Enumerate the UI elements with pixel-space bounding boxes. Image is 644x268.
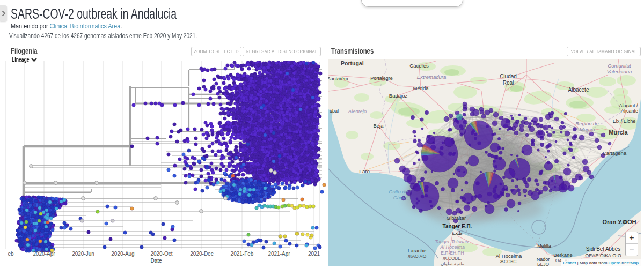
svg-text:Cáceres: Cáceres xyxy=(409,63,429,69)
svg-text:طنجة: طنجة xyxy=(452,230,463,236)
svg-text:ОЕАЕ ОЖА.О.О: ОЕАЕ ОЖА.О.О xyxy=(585,253,621,258)
svg-text:Murcia: Murcia xyxy=(580,126,595,132)
svg-text:Región de: Región de xyxy=(575,121,598,126)
svg-text:Sidi Bel Abbès: Sidi Bel Abbès xyxy=(586,246,621,252)
svg-text:2020-Aug: 2020-Aug xyxy=(111,251,134,257)
svg-text:Albacete: Albacete xyxy=(568,87,589,93)
svg-text:Portalegre: Portalegre xyxy=(370,76,393,81)
svg-text:ЬЕЈО: ЬЕЈО xyxy=(537,262,549,266)
svg-text:Date: Date xyxy=(150,258,162,264)
svg-text:Cartagena: Cartagena xyxy=(603,150,627,156)
svg-text:Badajoz: Badajoz xyxy=(389,93,408,99)
svg-text:2021: 2021 xyxy=(308,251,320,257)
svg-text:Santarém: Santarém xyxy=(328,76,348,81)
svg-text:Beja: Beja xyxy=(373,123,384,129)
svg-text:Extremadura: Extremadura xyxy=(417,74,446,80)
svg-text:Golfo de: Golfo de xyxy=(389,189,408,195)
svg-text:eb: eb xyxy=(8,251,14,257)
svg-text:Mérida: Mérida xyxy=(413,85,429,91)
svg-text:Tanger-Tetouan-: Tanger-Tetouan- xyxy=(435,239,470,244)
svg-text:Faro: Faro xyxy=(359,168,370,174)
svg-text:Melilla: Melilla xyxy=(537,243,551,249)
svg-text:2020-Dec: 2020-Dec xyxy=(190,251,213,257)
svg-text:Gibraltar: Gibraltar xyxy=(447,215,466,221)
svg-text:Al Hoceima: Al Hoceima xyxy=(496,253,522,259)
svg-text:úbal: úbal xyxy=(330,108,339,114)
svg-text:2020-Jun: 2020-Jun xyxy=(72,251,94,257)
svg-text:Comunitat: Comunitat xyxy=(608,63,631,69)
svg-text:Alacant /: Alacant / xyxy=(619,103,638,108)
svg-text:طنجة نطوان: طنجة نطوان xyxy=(441,261,464,266)
svg-text:Oran У.ФОН: Oran У.ФОН xyxy=(602,219,636,225)
svg-text:Cádiz: Cádiz xyxy=(393,195,407,200)
svg-text:Portugal: Portugal xyxy=(341,60,364,66)
svg-text:Е.П-ЕН.ПН: Е.П-ЕН.ПН xyxy=(441,250,464,256)
svg-text:ЖАО.ЧО: ЖАО.ЧО xyxy=(408,254,427,259)
svg-text:Al Hoceima: Al Hoceima xyxy=(440,244,465,250)
svg-text:2021-Apr: 2021-Apr xyxy=(268,251,290,257)
svg-text:Valenciana: Valenciana xyxy=(607,69,632,75)
svg-text:Alicante: Alicante xyxy=(621,108,638,114)
svg-text:Real: Real xyxy=(503,80,514,86)
svg-text:ЖСО8С.: ЖСО8С. xyxy=(500,259,518,264)
svg-text:Ж.СОВЕ.: Ж.СОВЕ. xyxy=(443,256,462,261)
svg-text:Alentejo: Alentejo xyxy=(348,108,367,114)
svg-text:Tanger Е.П.: Tanger Е.П. xyxy=(443,224,472,229)
svg-text:Ciudad: Ciudad xyxy=(500,73,517,79)
svg-text:2020-Oct: 2020-Oct xyxy=(150,251,172,257)
svg-text:Larache: Larache xyxy=(408,248,426,254)
svg-text:Elx / Elche: Elx / Elche xyxy=(613,118,636,124)
svg-text:2020-Apr: 2020-Apr xyxy=(33,251,55,257)
svg-text:2021-Feb: 2021-Feb xyxy=(231,251,254,257)
svg-text:Berkane: Berkane xyxy=(553,252,572,258)
svg-text:Murcia: Murcia xyxy=(609,129,628,136)
